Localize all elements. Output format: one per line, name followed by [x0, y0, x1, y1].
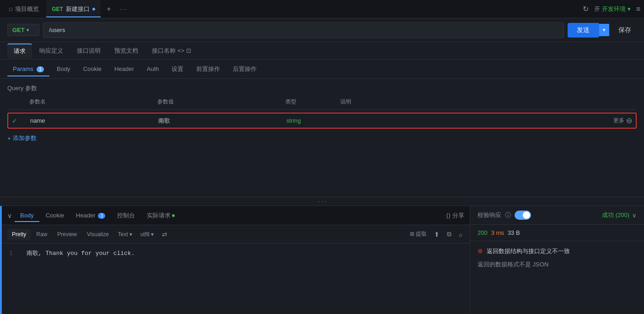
share-icon: ⟨⟩: [446, 212, 451, 219]
format-tab-pretty[interactable]: Pretty: [7, 229, 31, 240]
params-tab-params[interactable]: Params 1: [7, 62, 49, 76]
sub-tab-response-def[interactable]: 响应定义: [33, 44, 70, 58]
upload-icon[interactable]: ⬆: [432, 229, 441, 240]
wrap-button[interactable]: ⇄: [158, 228, 171, 240]
format-tabs: Pretty Raw Preview Visualize Text ▾ utf8…: [2, 225, 470, 244]
response-tabs: ∨ Body Cookie Header 3 控制台 实际请求 ⟨⟩ 分享: [2, 206, 470, 225]
resize-handle-dots: · · ·: [318, 198, 326, 205]
add-param-button[interactable]: + 添加参数: [7, 130, 37, 146]
add-tab-icon: +: [107, 5, 111, 13]
params-tab-body[interactable]: Body: [51, 62, 76, 76]
env-label: 开发环境: [602, 5, 626, 13]
format-tab-raw[interactable]: Raw: [32, 229, 52, 240]
validation-chevron-icon[interactable]: ∨: [632, 212, 637, 219]
response-content: 南歌, Thank you for your click.: [27, 250, 135, 257]
validation-toggle[interactable]: [515, 211, 531, 220]
resize-handle[interactable]: · · ·: [0, 197, 644, 206]
tab-modified-dot: [92, 8, 95, 11]
sub-tab-request[interactable]: 请求: [7, 43, 32, 58]
params-tab-header[interactable]: Header: [109, 62, 140, 76]
add-tab-button[interactable]: +: [102, 3, 115, 16]
validation-error-1: ⊗ 返回数据结构与接口定义不一致: [478, 247, 637, 256]
sub-tab-api-name[interactable]: 接口名称 <> ⊡: [145, 44, 198, 58]
params-table-header: 参数名 参数值 类型 说明: [7, 98, 637, 110]
tab-overview[interactable]: □ 项目概览: [4, 0, 44, 18]
hamburger-icon[interactable]: ≡: [636, 5, 640, 13]
col-name: 参数名: [26, 98, 154, 106]
validation-errors-list: ⊗ 返回数据结构与接口定义不一致 返回的数据格式不是 JSON: [470, 241, 644, 314]
url-input[interactable]: [43, 22, 564, 38]
text-dropdown-arrow: ▾: [129, 231, 132, 238]
sub-tab-preview-doc[interactable]: 预览文档: [108, 44, 145, 58]
param-actions-cell: 更多 ⊖: [338, 116, 636, 125]
param-remove-icon[interactable]: ⊖: [626, 116, 632, 125]
params-tab-settings[interactable]: 设置: [166, 61, 189, 77]
resp-tab-body[interactable]: Body: [15, 209, 39, 222]
param-value-cell[interactable]: 南歌: [155, 117, 283, 125]
col-desc: 说明: [337, 98, 637, 106]
env-prefix-label: 开: [594, 5, 600, 13]
param-type-cell: string: [283, 117, 338, 124]
validation-status: 成功 (200) ∨: [602, 211, 637, 219]
send-dropdown-button[interactable]: ▾: [599, 24, 609, 36]
tab-active-api[interactable]: GET 新建接口: [46, 0, 101, 18]
encoding-dropdown[interactable]: utf8 ▾: [137, 229, 157, 240]
col-value: 参数值: [154, 98, 282, 106]
query-params-section: Query 参数 参数名 参数值 类型 说明 ✓ name 南歌 string: [0, 79, 644, 197]
text-format-dropdown[interactable]: Text ▾: [114, 229, 136, 240]
share-button[interactable]: ⟨⟩ 分享: [446, 211, 464, 220]
save-button[interactable]: 保存: [613, 23, 637, 38]
env-selector[interactable]: 开 开发环境 ▾: [594, 5, 631, 13]
stat-code: 200: [478, 229, 488, 236]
stat-size: 33 B: [508, 229, 520, 236]
params-tab-post-op[interactable]: 后置操作: [227, 61, 262, 77]
validation-label: 校验响应: [478, 211, 501, 219]
more-tabs-button[interactable]: ···: [117, 3, 130, 16]
params-tab-auth[interactable]: Auth: [141, 62, 165, 76]
tab-bar-right: ↻ 开 开发环境 ▾ ≡: [583, 5, 640, 13]
overview-icon: □: [9, 6, 12, 12]
format-tab-visualize[interactable]: Visualize: [82, 229, 113, 240]
encoding-dropdown-arrow: ▾: [151, 231, 154, 238]
resp-tab-actual-request[interactable]: 实际请求: [141, 209, 180, 222]
wrap-icon: ⇄: [162, 231, 167, 238]
format-actions: ⊞ 提取 ⬆ ⧉ ⌕: [408, 228, 464, 240]
tab-method-badge: GET: [52, 6, 63, 12]
send-button-group: 发送 ▾: [568, 23, 609, 38]
validation-header: 校验响应 ⓘ 成功 (200) ∨: [470, 206, 644, 225]
resp-tab-header[interactable]: Header 3: [70, 209, 111, 222]
error-icon-1: ⊗: [478, 247, 483, 254]
param-more-link[interactable]: 更多: [613, 117, 624, 125]
search-icon[interactable]: ⌕: [457, 229, 464, 240]
env-dropdown-arrow: ▾: [628, 5, 631, 12]
send-button[interactable]: 发送: [568, 23, 599, 38]
collapse-button[interactable]: ∨: [7, 212, 12, 219]
response-stats: 200 3 ms 33 B: [470, 225, 644, 241]
overview-label: 项目概览: [15, 5, 39, 13]
live-indicator-dot: [172, 214, 175, 217]
resp-tab-console[interactable]: 控制台: [112, 209, 140, 222]
param-check-icon: ✓: [12, 117, 17, 125]
resp-tab-cookie[interactable]: Cookie: [40, 209, 70, 222]
params-tab-pre-op[interactable]: 前置操作: [191, 61, 225, 77]
param-checkbox-cell[interactable]: ✓: [8, 117, 27, 125]
query-section-title: Query 参数: [7, 84, 637, 92]
params-tab-cookie[interactable]: Cookie: [78, 62, 107, 76]
extract-button[interactable]: ⊞ 提取: [408, 228, 429, 240]
url-bar: GET ▾ 发送 ▾ 保存: [0, 18, 644, 42]
param-name-cell[interactable]: name: [27, 117, 155, 124]
format-tab-preview[interactable]: Preview: [53, 229, 81, 240]
stat-time: 3 ms: [491, 229, 504, 236]
method-selector[interactable]: GET ▾: [7, 24, 39, 36]
method-dropdown-arrow: ▾: [27, 27, 29, 32]
refresh-icon[interactable]: ↻: [583, 5, 589, 13]
sub-tab-description[interactable]: 接口说明: [70, 44, 107, 58]
sub-tab-layout-icon: ⊡: [186, 47, 191, 54]
sub-tabs: 请求 响应定义 接口说明 预览文档 接口名称 <> ⊡: [0, 42, 644, 60]
response-body: 1 南歌, Thank you for your click.: [2, 244, 470, 314]
sub-tab-code-icon: <>: [177, 47, 184, 54]
param-row-1: ✓ name 南歌 string 更多 ⊖: [7, 113, 637, 129]
copy-icon[interactable]: ⧉: [445, 228, 453, 240]
add-param-icon: +: [7, 135, 11, 142]
validation-info-text: 返回的数据格式不是 JSON: [478, 260, 637, 269]
